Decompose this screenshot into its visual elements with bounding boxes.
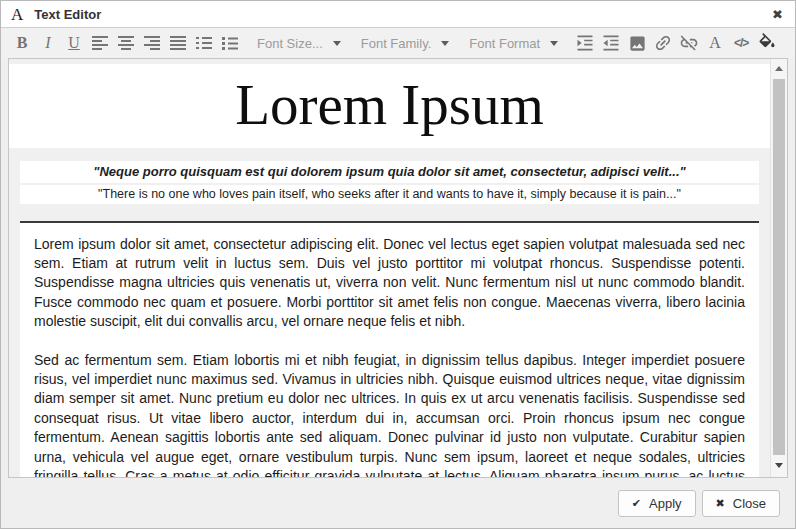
latin-quote: "Neque porro quisquam est qui dolorem ip… bbox=[20, 161, 759, 183]
align-right-icon bbox=[143, 35, 161, 51]
dialog-footer: ✔ Apply ✖ Close bbox=[1, 478, 795, 528]
font-size-dropdown[interactable]: Font Size... bbox=[257, 36, 341, 51]
align-right-button[interactable] bbox=[139, 30, 165, 56]
fill-color-button[interactable] bbox=[754, 30, 780, 56]
chevron-down-icon bbox=[550, 41, 558, 46]
bold-button[interactable]: B bbox=[9, 30, 35, 56]
align-left-icon bbox=[91, 35, 109, 51]
paragraph: Sed ac fermentum sem. Etiam lobortis mi … bbox=[34, 351, 745, 477]
editor-content-area: Lorem Ipsum "Neque porro quisquam est qu… bbox=[8, 58, 788, 478]
outdent-icon bbox=[601, 33, 621, 53]
insert-image-button[interactable] bbox=[624, 30, 650, 56]
paragraph: Lorem ipsum dolor sit amet, consectetur … bbox=[34, 235, 745, 332]
scrollbar-thumb[interactable] bbox=[773, 79, 785, 455]
italic-button[interactable]: I bbox=[35, 30, 61, 56]
outdent-button[interactable] bbox=[598, 30, 624, 56]
close-button[interactable]: ✖ Close bbox=[702, 490, 780, 517]
link-icon bbox=[653, 33, 673, 53]
font-format-label: Font Format bbox=[469, 36, 540, 51]
apply-button-label: Apply bbox=[649, 496, 682, 511]
ordered-list-icon bbox=[195, 35, 213, 51]
ordered-list-button[interactable] bbox=[191, 30, 217, 56]
unordered-list-button[interactable] bbox=[217, 30, 243, 56]
font-family-dropdown[interactable]: Font Family. bbox=[361, 36, 450, 51]
link-button[interactable] bbox=[650, 30, 676, 56]
english-quote: "There is no one who loves pain itself, … bbox=[20, 185, 759, 204]
text-editor-font-icon: A bbox=[11, 6, 23, 23]
document-canvas[interactable]: Lorem Ipsum "Neque porro quisquam est qu… bbox=[9, 59, 770, 477]
scroll-up-arrow[interactable] bbox=[771, 61, 787, 76]
apply-button[interactable]: ✔ Apply bbox=[618, 490, 696, 517]
underline-button[interactable]: U bbox=[61, 30, 87, 56]
close-icon[interactable]: ✖ bbox=[772, 8, 783, 21]
indent-button[interactable] bbox=[572, 30, 598, 56]
document-title: Lorem Ipsum bbox=[9, 72, 770, 138]
x-icon: ✖ bbox=[716, 497, 725, 510]
dialog-title: Text Editor bbox=[34, 7, 101, 22]
triangle-up-icon bbox=[775, 66, 783, 71]
chevron-down-icon bbox=[333, 41, 341, 46]
font-color-button[interactable]: A bbox=[702, 30, 728, 56]
unordered-list-icon bbox=[221, 35, 239, 51]
indent-icon bbox=[575, 33, 595, 53]
font-family-label: Font Family. bbox=[361, 36, 432, 51]
font-format-dropdown[interactable]: Font Format bbox=[469, 36, 558, 51]
code-view-button[interactable]: </> bbox=[728, 30, 754, 56]
paint-bucket-icon bbox=[757, 33, 777, 53]
image-icon bbox=[628, 34, 647, 53]
check-icon: ✔ bbox=[632, 497, 641, 510]
align-justify-button[interactable] bbox=[165, 30, 191, 56]
align-left-button[interactable] bbox=[87, 30, 113, 56]
titlebar: A Text Editor ✖ bbox=[1, 1, 795, 28]
unlink-button[interactable] bbox=[676, 30, 702, 56]
align-center-button[interactable] bbox=[113, 30, 139, 56]
triangle-down-icon bbox=[775, 463, 783, 468]
unlink-icon bbox=[679, 33, 699, 53]
body-text-block: Lorem ipsum dolor sit amet, consectetur … bbox=[20, 221, 759, 477]
align-justify-icon bbox=[169, 35, 187, 51]
heading-block: Lorem Ipsum bbox=[9, 64, 770, 148]
close-button-label: Close bbox=[733, 496, 766, 511]
formatting-toolbar: B I U bbox=[1, 28, 795, 58]
scroll-down-arrow[interactable] bbox=[771, 458, 787, 473]
chevron-down-icon bbox=[441, 41, 449, 46]
align-center-icon bbox=[117, 35, 135, 51]
text-editor-dialog: A Text Editor ✖ B I U bbox=[0, 0, 796, 529]
font-size-label: Font Size... bbox=[257, 36, 323, 51]
vertical-scrollbar[interactable] bbox=[770, 59, 787, 477]
